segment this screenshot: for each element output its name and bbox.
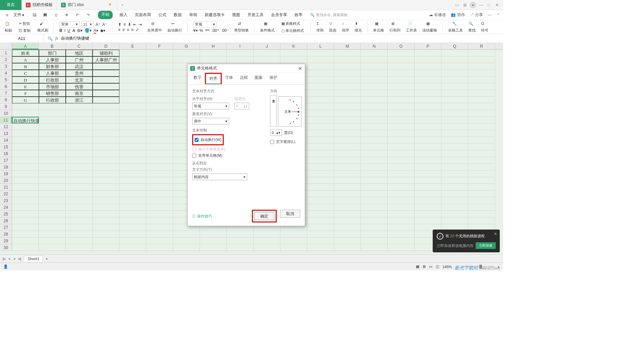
cell[interactable] [334, 117, 361, 123]
cell[interactable] [441, 184, 468, 191]
cell[interactable] [415, 63, 441, 70]
col-header[interactable]: G [173, 43, 200, 49]
row-header[interactable]: 3 [0, 63, 12, 70]
sum-button[interactable]: Σ求和 [315, 21, 325, 33]
cell[interactable] [119, 117, 146, 123]
cell[interactable] [93, 164, 119, 170]
col-header[interactable]: M [334, 43, 361, 49]
col-header[interactable]: F [146, 43, 173, 49]
cell[interactable] [227, 56, 254, 63]
cell[interactable] [119, 130, 146, 137]
sheet-last-icon[interactable]: >| [18, 257, 21, 261]
cell[interactable] [334, 97, 361, 103]
cell[interactable] [146, 130, 173, 137]
cell[interactable] [361, 144, 388, 150]
cell[interactable] [39, 170, 66, 177]
cell[interactable] [39, 137, 66, 144]
cell[interactable] [307, 211, 334, 217]
cell[interactable] [468, 103, 495, 110]
cell[interactable] [334, 50, 361, 56]
cell[interactable] [361, 170, 388, 177]
cell[interactable] [119, 238, 146, 244]
hamburger-icon[interactable]: ≡ [3, 11, 11, 19]
cell[interactable] [361, 97, 388, 103]
cell[interactable] [12, 184, 39, 191]
cell[interactable] [146, 137, 173, 144]
col-header[interactable]: O [388, 43, 415, 49]
cell[interactable] [280, 50, 307, 56]
cell[interactable] [307, 137, 334, 144]
cell[interactable] [441, 56, 468, 63]
cell-style-button[interactable]: ▢单元格样式 [280, 28, 305, 34]
cell[interactable] [146, 110, 173, 117]
cell[interactable] [146, 103, 173, 110]
row-header[interactable]: 14 [0, 137, 12, 144]
dlg-tab-number[interactable]: 数字 [190, 73, 205, 84]
cell[interactable] [307, 77, 334, 83]
align-justify-icon[interactable]: ≡ [131, 28, 133, 32]
dlg-tab-font[interactable]: 字体 [222, 73, 236, 84]
cell[interactable] [334, 144, 361, 150]
col-header[interactable]: B [39, 43, 66, 49]
row-header[interactable]: 5 [0, 77, 12, 83]
cell[interactable] [173, 50, 200, 56]
cell[interactable] [146, 191, 173, 197]
cell[interactable] [66, 197, 93, 204]
cell[interactable] [39, 110, 66, 117]
tab-member[interactable]: 会员专享 [270, 11, 288, 19]
cell[interactable] [93, 70, 119, 77]
cell[interactable] [334, 197, 361, 204]
cell[interactable] [146, 63, 173, 70]
row-header[interactable]: 11 [0, 117, 12, 123]
cell[interactable] [66, 157, 93, 164]
cell[interactable] [146, 224, 173, 231]
cell[interactable] [93, 224, 119, 231]
cell[interactable] [415, 56, 441, 63]
cell[interactable] [415, 83, 441, 90]
cell[interactable] [119, 191, 146, 197]
cell[interactable] [173, 244, 200, 251]
tab-view[interactable]: 视图 [231, 11, 241, 19]
rowcol-button[interactable]: ⊞行和列 [388, 21, 402, 33]
cell[interactable] [361, 130, 388, 137]
cell[interactable] [415, 123, 441, 130]
cell[interactable] [119, 137, 146, 144]
cell[interactable] [415, 184, 441, 191]
cell[interactable] [12, 110, 39, 117]
cell[interactable]: 人事部 [39, 70, 66, 77]
cell[interactable] [415, 217, 441, 224]
redo-icon[interactable]: ↷ [85, 11, 92, 19]
cell[interactable] [200, 56, 227, 63]
tab-add-button[interactable]: + [117, 3, 127, 7]
cell[interactable] [361, 123, 388, 130]
v-align-select[interactable]: 居中▾ [192, 118, 229, 124]
cell[interactable] [254, 244, 280, 251]
cell[interactable] [227, 50, 254, 56]
cell[interactable] [441, 164, 468, 170]
cell[interactable] [12, 231, 39, 238]
cell[interactable] [441, 77, 468, 83]
cell[interactable] [307, 103, 334, 110]
indent-dec-icon[interactable]: ⇤ [133, 22, 137, 27]
cell[interactable]: C [12, 70, 39, 77]
cell[interactable] [119, 103, 146, 110]
cell[interactable] [415, 164, 441, 170]
cell[interactable] [93, 150, 119, 157]
cell[interactable] [415, 50, 441, 56]
text-dir-select[interactable]: 根据内容▾ [192, 173, 247, 180]
cell[interactable] [146, 144, 173, 150]
cell[interactable] [388, 211, 415, 217]
cell[interactable] [334, 204, 361, 211]
cell[interactable] [66, 103, 93, 110]
col-header[interactable]: R [468, 43, 495, 49]
cell[interactable] [388, 63, 415, 70]
cell[interactable] [415, 130, 441, 137]
cell[interactable] [39, 231, 66, 238]
cell[interactable] [39, 204, 66, 211]
tab-custom[interactable]: 新建选项卡 [204, 11, 225, 19]
font-shrink-icon[interactable]: A⁻ [102, 22, 107, 27]
wrap-button[interactable]: ↩自动换行 [166, 21, 183, 33]
col-header[interactable]: J [254, 43, 280, 49]
cell[interactable]: 北京 [66, 77, 93, 83]
cell[interactable] [361, 103, 388, 110]
